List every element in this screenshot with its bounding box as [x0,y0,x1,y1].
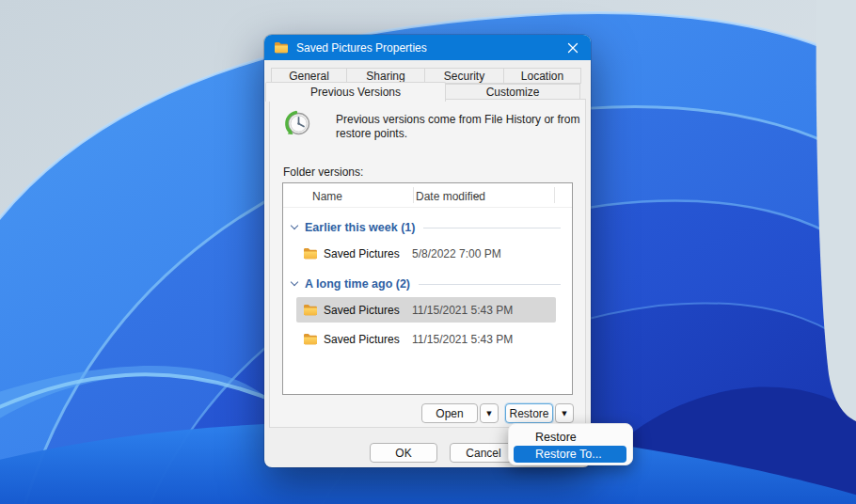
tab-location[interactable]: Location [503,68,581,84]
version-date: 11/15/2021 5:43 PM [412,333,513,346]
group-header-a-long-time-ago[interactable]: A long time ago (2) [292,274,572,294]
folder-icon [303,304,318,316]
menu-item-restore-to[interactable]: Restore To... [514,446,626,463]
version-row-selected[interactable]: Saved Pictures 11/15/2021 5:43 PM [296,297,556,323]
version-name: Saved Pictures [324,304,412,317]
group-label: Earlier this week (1) [305,221,415,234]
info-text-line1: Previous versions come from File History… [336,113,579,127]
group-header-earlier-this-week[interactable]: Earlier this week (1) [292,217,572,238]
restore-dropdown-menu: Restore Restore To... [508,423,633,465]
open-button[interactable]: Open [421,403,478,423]
version-date: 11/15/2021 5:43 PM [412,304,513,317]
version-row[interactable]: Saved Pictures 11/15/2021 5:43 PM [296,326,556,352]
column-header-date-modified[interactable]: Date modified [416,190,485,203]
window-title: Saved Pictures Properties [296,41,564,55]
folder-icon [274,41,289,54]
open-split-button: Open ▼ [421,403,499,423]
list-body: Earlier this week (1) Saved Pictures 5/8… [283,217,572,352]
info-text-line2: restore points. [336,127,579,141]
column-header-name[interactable]: Name [312,190,342,203]
version-date: 5/8/2022 7:00 PM [412,247,501,260]
menu-item-restore[interactable]: Restore [509,428,632,446]
restore-button[interactable]: Restore [505,403,553,423]
folder-icon [303,333,318,345]
column-separator [413,187,414,203]
folder-versions-list: Name Date modified Earlier this week (1)… [282,182,573,395]
triangle-down-icon: ▼ [562,410,566,417]
chevron-down-icon [291,278,298,286]
file-history-icon [282,109,312,143]
group-rule [419,284,561,285]
desktop: Saved Pictures Properties General Sharin… [0,0,856,504]
tab-previous-versions[interactable]: Previous Versions [265,82,446,102]
info-text: Previous versions come from File History… [336,113,579,141]
restore-split-button: Restore ▼ [505,403,574,423]
tab-page-previous-versions: Previous versions come from File History… [269,99,586,428]
version-name: Saved Pictures [324,333,412,346]
properties-dialog: Saved Pictures Properties General Sharin… [264,35,591,467]
group-rule [423,228,561,228]
list-header: Name Date modified [283,183,572,208]
folder-versions-label: Folder versions: [283,165,363,179]
group-label: A long time ago (2) [305,277,410,291]
restore-dropdown-button[interactable]: ▼ [555,403,574,423]
version-row[interactable]: Saved Pictures 5/8/2022 7:00 PM [296,241,556,266]
column-separator [554,187,555,203]
ok-button[interactable]: OK [370,443,437,463]
titlebar[interactable]: Saved Pictures Properties [264,35,591,60]
version-name: Saved Pictures [324,247,412,260]
folder-icon [303,247,318,260]
open-dropdown-button[interactable]: ▼ [480,403,499,423]
close-icon[interactable] [564,39,581,56]
chevron-down-icon [291,222,298,229]
triangle-down-icon: ▼ [486,410,491,417]
